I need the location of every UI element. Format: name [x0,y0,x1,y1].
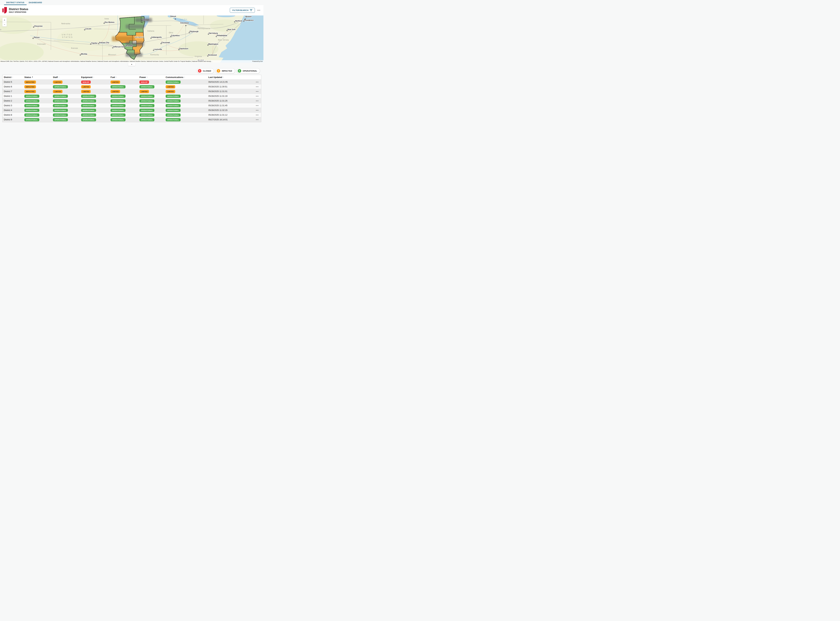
map-attribution-bar: Missouri DNR, Esri, TomTom, Garmin, FAO,… [0,60,263,62]
column-header-last-updated[interactable]: Last Updated▲ ▼ [208,76,253,79]
row-actions-button[interactable]: ••• [253,86,261,88]
row-actions-button[interactable]: ••• [253,114,261,116]
legend-label: OPERATIONAL [243,70,257,72]
filter-search-label: FILTER/SEARCH [232,9,248,11]
column-header-staff[interactable]: Staff▲ ▼ [53,76,81,79]
app-header: District Status DAILY OPERATIONS FILTER/… [0,5,263,15]
tab-bar: DISTRICT STATUSDASHBOARD [0,0,263,5]
last-updated-value: 06/03/2025 14:21:05 [208,81,253,83]
power-status-chip: OPERATIONAL [139,85,154,88]
legend-pill-impacted[interactable]: 3IMPACTED [216,68,235,73]
district-name: District 7 [3,90,24,92]
table-body: District 5IMPACTEDLIMITEDNON-OPLIMITEDNO… [3,80,261,122]
fuel-status-chip: OPERATIONAL [110,109,125,112]
power-status-chip: OPERATIONAL [139,118,154,121]
map-attribution-text: Missouri DNR, Esri, TomTom, Garmin, FAO,… [0,61,250,62]
row-actions-button[interactable]: ••• [253,90,261,92]
map-label: Kentucky [150,54,159,56]
map-label: Boston [245,15,251,17]
row-actions-button[interactable]: ••• [253,118,261,121]
table-row: District 9OPERATIONALOPERATIONALOPERATIO… [3,117,261,122]
map-label: Topeka [91,42,97,44]
equipment-status-chip: OPERATIONAL [81,114,96,117]
tab-dashboard[interactable]: DASHBOARD [27,0,44,5]
zoom-out-button[interactable]: − [2,22,7,27]
column-label: District [4,76,11,79]
column-header-district[interactable]: District▲ ▼ [3,76,24,79]
power-status-chip: LIMITED [139,90,149,93]
title-block: District Status DAILY OPERATIONS [9,8,28,13]
last-updated-value: 05/28/2025 11:31:19 [208,95,253,97]
map-label: Richmond [208,54,216,56]
column-header-communications[interactable]: Communications▲ ▼ [166,76,208,79]
column-header-status[interactable]: Status▲ [24,76,53,79]
fuel-status-chip: OPERATIONAL [110,118,125,121]
column-header-fuel[interactable]: Fuel▲ ▼ [110,76,139,79]
map-label: Louisville [154,48,162,50]
power-status-chip: OPERATIONAL [139,109,154,112]
map-label: Kansas City [99,41,109,44]
chevron-up-icon: ▲ [131,64,133,65]
redacted-district-label [112,36,134,41]
communications-status-chip: LIMITED [166,90,175,93]
page-subtitle: DAILY OPERATIONS [9,11,28,13]
status-status-chip: IMPACTED [24,85,36,88]
last-updated-value: 05/28/2025 11:31:01 [208,90,253,92]
equipment-status-chip: LIMITED [81,85,91,88]
legend-count-badge: 3 [217,69,220,73]
row-actions-button[interactable]: ••• [253,100,261,102]
map-label: Hartford [235,20,242,22]
column-label: Status [24,76,31,79]
last-updated-value: 05/28/2025 11:31:45 [208,105,253,107]
fuel-status-chip: OPERATIONAL [110,95,125,98]
row-actions-button[interactable]: ••• [253,95,261,97]
last-updated-value: 05/28/2025 11:31:25 [208,100,253,102]
legend-pill-closed[interactable]: 0CLOSED [197,68,214,73]
column-header-power[interactable]: Power▲ ▼ [139,76,166,79]
staff-status-chip: OPERATIONAL [53,85,68,88]
map-label: UNITED [62,33,73,36]
collapse-map-button[interactable]: ▲ [128,62,135,66]
row-actions-button[interactable]: ••• [253,109,261,111]
last-updated-value: 05/28/2025 11:31:12 [208,114,253,116]
tab-district-status[interactable]: DISTRICT STATUS [4,0,27,5]
row-actions-button[interactable]: ••• [253,81,261,83]
district-status-app: { "tabs": [ { "label": "DISTRICT STATUS"… [0,0,263,127]
filter-search-button[interactable]: FILTER/SEARCH [230,8,255,13]
staff-status-chip: OPERATIONAL [53,95,68,98]
equipment-status-chip: OPERATIONAL [81,109,96,112]
map-label: Ohio [169,32,173,33]
last-updated-value: 05/28/2025 11:32:15 [208,109,253,111]
table-row: District 5IMPACTEDLIMITEDNON-OPLIMITEDNO… [3,80,261,84]
district-name: District 9 [3,118,24,121]
district-name: District 1 [3,95,24,97]
map-label: Lake Erie [180,18,187,20]
zoom-in-button[interactable]: + [2,18,7,22]
map-label: Indiana [147,30,154,32]
map-label: Cleveland [180,22,189,24]
staff-status-chip: LIMITED [53,90,62,93]
column-label: Power [139,76,146,79]
fuel-status-chip: OPERATIONAL [110,114,125,117]
map-label: Cheyenne [34,25,42,27]
legend-pill-operational[interactable]: 6OPERATIONAL [237,68,260,73]
more-options-button[interactable]: ••• [257,5,260,15]
staff-status-chip: OPERATIONAL [53,99,68,103]
map-label: Des Moines [105,21,115,23]
communications-status-chip: OPERATIONAL [166,114,181,117]
communications-status-chip: OPERATIONAL [166,80,181,84]
column-header-equipment[interactable]: Equipment▲ ▼ [81,76,110,79]
power-status-chip: OPERATIONAL [139,99,154,103]
status-status-chip: OPERATIONAL [24,114,39,117]
row-actions-button[interactable]: ••• [253,105,261,107]
city-marker-dot [185,25,186,26]
status-status-chip: IMPACTED [24,90,36,93]
map-label: New Jersey [218,39,229,41]
map-label: Missouri [108,54,116,56]
legend-count-badge: 6 [238,69,241,73]
esri-district-map[interactable]: UNITEDSTATESNebraskaColoradoKansasIowaMi… [0,15,263,62]
map-zoom-control: + − [2,18,7,27]
table-row: District 8OPERATIONALOPERATIONALOPERATIO… [3,113,261,117]
equipment-status-chip: OPERATIONAL [81,95,96,98]
sort-icon: ▲ ▼ [12,76,13,78]
